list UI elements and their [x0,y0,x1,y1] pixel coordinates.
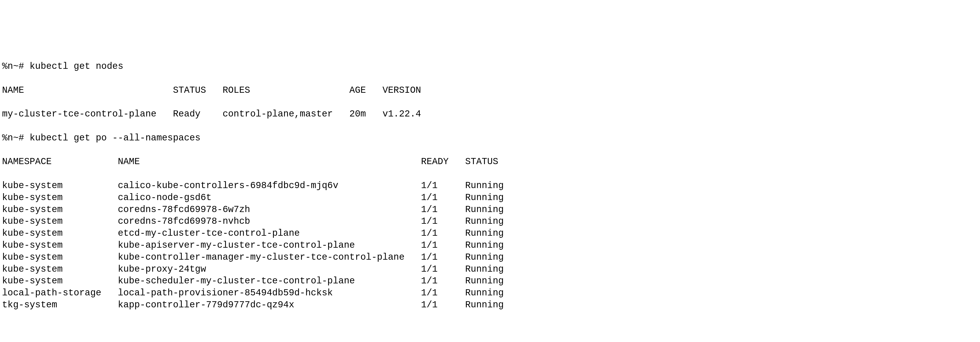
pods-table-row: kube-system calico-kube-controllers-6984… [2,180,978,192]
pods-table-header: NAMESPACE NAME READY STATUS [2,156,978,168]
pods-table-row: local-path-storage local-path-provisione… [2,287,978,299]
command-line-1: %n~# kubectl get nodes [2,61,978,73]
pods-table-row: kube-system kube-proxy-24tgw 1/1 Running [2,263,978,276]
pods-table-row: kube-system kube-controller-manager-my-c… [2,252,978,263]
pods-table-row: kube-system coredns-78fcd69978-nvhcb 1/1… [2,215,978,228]
pods-table-row: kube-system etcd-my-cluster-tce-control-… [2,228,978,239]
command-line-2: %n~# kubectl get po --all-namespaces [2,132,978,144]
terminal-output: %n~# kubectl get nodes NAME STATUS ROLES… [0,48,980,324]
pods-table-row: kube-system kube-scheduler-my-cluster-tc… [2,275,978,287]
nodes-table-header: NAME STATUS ROLES AGE VERSION [2,85,978,97]
pods-table-row: kube-system coredns-78fcd69978-6w7zh 1/1… [2,204,978,216]
nodes-table-row: my-cluster-tce-control-plane Ready contr… [2,108,978,120]
pods-table-row: tkg-system kapp-controller-779d9777dc-qz… [2,299,978,311]
pods-table-row: kube-system kube-apiserver-my-cluster-tc… [2,239,978,252]
pods-table-row: kube-system calico-node-gsd6t 1/1 Runnin… [2,192,978,204]
